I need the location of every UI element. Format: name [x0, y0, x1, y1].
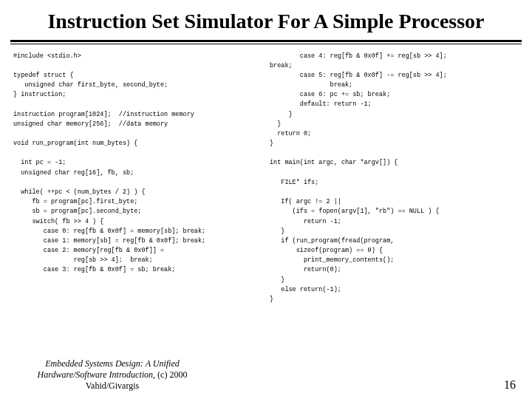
footer: Embedded Systems Design: A Unified Hardw… — [0, 358, 532, 392]
code-container: #include <stdio.h> typedef struct { unsi… — [0, 49, 532, 304]
page-number: 16 — [504, 378, 516, 392]
divider-top — [10, 40, 522, 42]
divider-bottom — [10, 44, 522, 44]
footer-attribution: Embedded Systems Design: A Unified Hardw… — [16, 358, 208, 392]
code-column-left: #include <stdio.h> typedef struct { unsi… — [13, 52, 262, 304]
code-column-right: case 4: reg[fb & 0x0f] += reg[sb >> 4]; … — [270, 52, 519, 304]
slide-title: Instruction Set Simulator For A Simple P… — [0, 0, 532, 40]
